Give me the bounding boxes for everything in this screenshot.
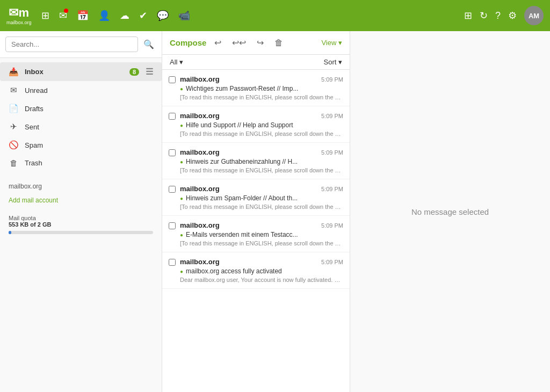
nav-left: ✉m mailbox.org ⊞ ✉ 📅 👤 ☁ ✔ 💬 📹 <box>6 6 190 25</box>
email-header: mailbox.org 5:09 PM <box>180 148 343 156</box>
email-subject: ● E-Mails versenden mit einem Testacc... <box>180 231 343 238</box>
search-input[interactable] <box>5 37 138 52</box>
view-button[interactable]: View ▾ <box>321 39 342 47</box>
email-checkbox[interactable] <box>169 186 176 193</box>
email-list: mailbox.org 5:09 PM ● Wichtiges zum Pass… <box>162 70 350 392</box>
quota-bar-fill <box>9 231 11 234</box>
sent-icon: ✈ <box>9 122 18 132</box>
email-panel: Compose ↩ ↩↩ ↪ 🗑 View ▾ All ▾ Sort ▾ mai… <box>162 31 350 392</box>
email-item[interactable]: mailbox.org 5:09 PM ● Hinweis zur Guthab… <box>162 143 350 179</box>
avatar[interactable]: AM <box>524 6 544 25</box>
mail-nav-icon[interactable]: ✉ <box>59 10 67 21</box>
email-subject: ● Wichtiges zum Passwort-Reset // Imp... <box>180 85 343 92</box>
help-icon[interactable]: ? <box>495 10 501 21</box>
email-checkbox[interactable] <box>169 259 176 266</box>
sort-button[interactable]: Sort ▾ <box>324 58 342 66</box>
spam-icon: 🚫 <box>9 140 18 150</box>
status-dot: ● <box>180 86 183 92</box>
reply-all-button[interactable]: ↩↩ <box>229 37 249 49</box>
email-item[interactable]: mailbox.org 5:09 PM ● mailbox.org access… <box>162 252 350 289</box>
email-checkbox[interactable] <box>169 149 176 156</box>
filter-bar: All ▾ Sort ▾ <box>162 55 350 70</box>
email-item[interactable]: mailbox.org 5:09 PM ● Hinweis zum Spam-F… <box>162 179 350 216</box>
sidebar-item-inbox[interactable]: 📥 Inbox 8 ☰ <box>0 62 162 81</box>
unread-icon: ✉ <box>9 85 18 95</box>
sidebar-item-drafts[interactable]: 📄 Drafts <box>0 99 162 118</box>
video-icon[interactable]: 📹 <box>178 10 190 21</box>
email-sender: mailbox.org <box>180 221 220 229</box>
status-dot: ● <box>180 232 183 238</box>
apps-icon[interactable]: ⊞ <box>464 10 472 21</box>
compose-button[interactable]: Compose <box>170 38 206 47</box>
email-preview: [To read this message in ENGLISH, please… <box>180 94 343 100</box>
email-item[interactable]: mailbox.org 5:09 PM ● Wichtiges zum Pass… <box>162 70 350 106</box>
email-preview: Dear mailbox.org user, Your account is n… <box>180 277 343 283</box>
inbox-menu-icon[interactable]: ☰ <box>146 67 153 77</box>
email-content: mailbox.org 5:09 PM ● Wichtiges zum Pass… <box>180 75 343 100</box>
email-header: mailbox.org 5:09 PM <box>180 221 343 229</box>
email-time: 5:09 PM <box>321 76 343 83</box>
reply-button[interactable]: ↩ <box>212 37 224 49</box>
logo-text: mailbox.org <box>6 20 32 25</box>
sidebar-item-sent[interactable]: ✈ Sent <box>0 118 162 136</box>
refresh-icon[interactable]: ↻ <box>480 10 488 21</box>
email-content: mailbox.org 5:09 PM ● Hinweis zum Spam-F… <box>180 185 343 210</box>
status-dot: ● <box>180 268 183 274</box>
all-filter-button[interactable]: All ▾ <box>170 58 183 66</box>
quota-used: 553 KB of 2 GB <box>9 221 153 228</box>
sidebar-item-spam[interactable]: 🚫 Spam <box>0 136 162 154</box>
email-checkbox[interactable] <box>169 76 176 83</box>
email-sender: mailbox.org <box>180 258 220 266</box>
email-sender: mailbox.org <box>180 75 220 83</box>
drafts-label: Drafts <box>25 105 153 113</box>
quota-title: Mail quota <box>9 215 153 221</box>
email-checkbox[interactable] <box>169 222 176 229</box>
email-subject: ● Hinweis zum Spam-Folder // About th... <box>180 194 343 202</box>
preview-pane: No message selected <box>350 31 550 392</box>
nav-right: ⊞ ↻ ? ⚙ AM <box>464 6 544 25</box>
search-button[interactable]: 🔍 <box>141 37 156 52</box>
email-sender: mailbox.org <box>180 185 220 193</box>
delete-button[interactable]: 🗑 <box>272 37 286 49</box>
email-time: 5:09 PM <box>321 113 343 119</box>
chat-icon[interactable]: 💬 <box>157 10 169 21</box>
sent-label: Sent <box>25 123 153 131</box>
email-preview: [To read this message in ENGLISH, please… <box>180 240 343 246</box>
email-time: 5:09 PM <box>321 222 343 229</box>
trash-label: Trash <box>25 159 153 167</box>
email-time: 5:09 PM <box>321 149 343 156</box>
email-item[interactable]: mailbox.org 5:09 PM ● E-Mails versenden … <box>162 216 350 252</box>
tasks-icon[interactable]: ✔ <box>139 10 147 21</box>
email-content: mailbox.org 5:09 PM ● E-Mails versenden … <box>180 221 343 246</box>
email-header: mailbox.org 5:09 PM <box>180 112 343 120</box>
inbox-label: Inbox <box>25 68 123 76</box>
email-preview: [To read this message in ENGLISH, please… <box>180 204 343 210</box>
logo[interactable]: ✉m mailbox.org <box>6 6 32 25</box>
calendar-icon[interactable]: 📅 <box>77 10 89 21</box>
email-header: mailbox.org 5:09 PM <box>180 75 343 83</box>
email-checkbox[interactable] <box>169 113 176 120</box>
status-dot: ● <box>180 195 183 201</box>
settings-icon[interactable]: ⚙ <box>508 10 517 21</box>
account-section-title: mailbox.org <box>0 176 162 192</box>
top-navigation: ✉m mailbox.org ⊞ ✉ 📅 👤 ☁ ✔ 💬 📹 ⊞ ↻ ? ⚙ A… <box>0 0 550 31</box>
cloud-icon[interactable]: ☁ <box>120 10 129 21</box>
logo-icon: ✉m <box>9 6 29 20</box>
email-item[interactable]: mailbox.org 5:09 PM ● Hilfe und Support … <box>162 106 350 143</box>
status-dot: ● <box>180 122 183 128</box>
sidebar-item-trash[interactable]: 🗑 Trash <box>0 154 162 172</box>
sidebar-item-unread[interactable]: ✉ Unread <box>0 81 162 99</box>
forward-button[interactable]: ↪ <box>254 37 266 49</box>
grid-icon[interactable]: ⊞ <box>41 10 49 21</box>
add-account-link[interactable]: Add mail account <box>0 192 162 208</box>
inbox-icon: 📥 <box>9 67 18 77</box>
email-sender: mailbox.org <box>180 148 220 156</box>
email-subject: ● mailbox.org access fully activated <box>180 267 343 275</box>
inbox-badge: 8 <box>129 68 139 76</box>
status-dot: ● <box>180 159 183 165</box>
email-preview: [To read this message in ENGLISH, please… <box>180 167 343 173</box>
email-content: mailbox.org 5:09 PM ● mailbox.org access… <box>180 258 343 283</box>
email-time: 5:09 PM <box>321 186 343 192</box>
email-toolbar: Compose ↩ ↩↩ ↪ 🗑 View ▾ <box>162 31 350 55</box>
contacts-icon[interactable]: 👤 <box>98 10 110 21</box>
